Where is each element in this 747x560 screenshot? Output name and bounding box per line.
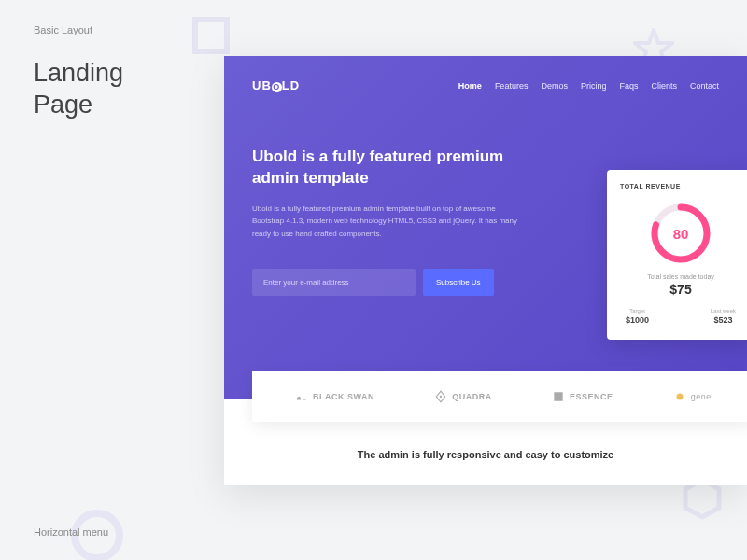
diamond-icon: [434, 390, 447, 403]
svg-point-4: [440, 396, 442, 398]
nav-features[interactable]: Features: [495, 81, 529, 91]
page-title: LandingPage: [34, 58, 123, 121]
nav-faqs[interactable]: Faqs: [619, 81, 638, 91]
lastweek-stat: Last week$523: [711, 308, 736, 325]
nav-contact[interactable]: Contact: [690, 81, 719, 91]
target-stat: Target$1000: [626, 308, 649, 325]
hero-body: Ubold is a fully featured premium admin …: [252, 147, 523, 296]
subscribe-row: Subscribe Us: [252, 269, 523, 296]
nav-clients[interactable]: Clients: [651, 81, 677, 91]
email-input[interactable]: [252, 269, 416, 296]
top-nav: UBOLD Home Features Demos Pricing Faqs C…: [252, 78, 719, 92]
tagline: The admin is fully responsive and easy t…: [224, 448, 747, 462]
bg-square-shape: [192, 17, 230, 54]
donut-value: 80: [673, 226, 689, 242]
menu-type-label: Horizontal menu: [34, 526, 108, 538]
brand-logo[interactable]: UBOLD: [252, 78, 300, 92]
category-label: Basic Layout: [34, 24, 92, 35]
card-stats-row: Target$1000 Last week$523: [620, 308, 741, 325]
hero-section: UBOLD Home Features Demos Pricing Faqs C…: [224, 56, 747, 399]
nav-home[interactable]: Home: [458, 81, 482, 91]
client-quadra: QUADRA: [434, 390, 492, 403]
swan-icon: [295, 390, 308, 403]
nav-pricing[interactable]: Pricing: [581, 81, 607, 91]
hero-subtext: Ubold is a fully featured premium admin …: [252, 203, 523, 241]
landing-preview: UBOLD Home Features Demos Pricing Faqs C…: [224, 56, 747, 485]
donut-chart: 80: [648, 201, 713, 266]
square-icon: [552, 390, 565, 403]
nav-demos[interactable]: Demos: [541, 81, 568, 91]
revenue-card: TOTAL REVENUE 80 Total sales made today …: [607, 170, 747, 340]
client-gene: gene: [673, 390, 712, 403]
svg-point-5: [676, 394, 683, 400]
card-title: TOTAL REVENUE: [620, 183, 741, 189]
svg-marker-1: [685, 480, 719, 517]
dot-icon: [673, 390, 686, 403]
clients-strip: BLACK SWAN QUADRA ESSENCE gene: [252, 371, 747, 422]
client-blackswan: BLACK SWAN: [295, 390, 374, 403]
card-subtitle: Total sales made today: [620, 273, 741, 280]
hero-heading: Ubold is a fully featured premium admin …: [252, 147, 523, 189]
card-amount: $75: [620, 282, 741, 297]
client-essence: ESSENCE: [552, 390, 613, 403]
subscribe-button[interactable]: Subscribe Us: [423, 269, 494, 296]
